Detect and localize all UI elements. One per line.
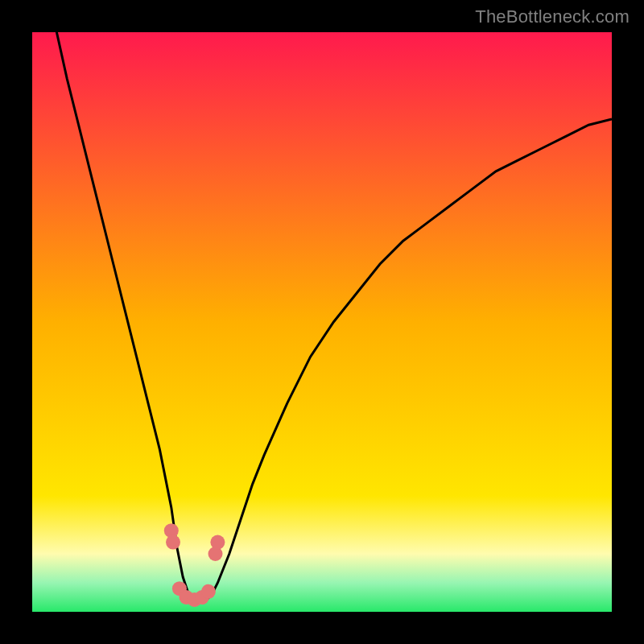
marker-dot [166,535,180,550]
watermark-text: TheBottleneck.com [475,6,630,27]
curve-layer [32,32,612,612]
bottleneck-curve [32,32,612,601]
marker-group [164,523,225,607]
marker-dot [201,584,216,599]
plot-area [32,32,612,612]
chart-frame: TheBottleneck.com [0,0,644,644]
marker-dot [210,535,225,550]
